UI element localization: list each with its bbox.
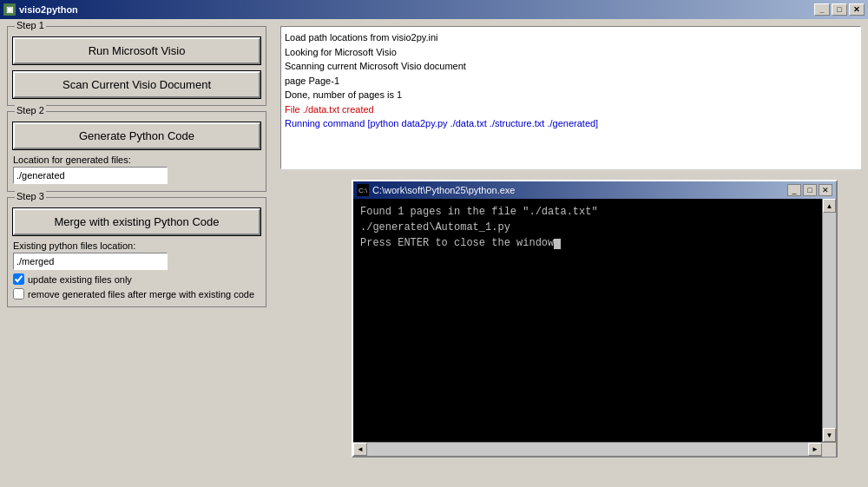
log-line: Done, number of pages is 1 bbox=[285, 88, 857, 102]
terminal-line: Found 1 pages in the file "./data.txt" bbox=[360, 204, 815, 220]
terminal-bottom-area: ◄ ► bbox=[353, 442, 836, 456]
close-button[interactable]: ✕ bbox=[849, 3, 865, 16]
title-bar-left: ▣ visio2python bbox=[3, 3, 78, 16]
terminal-minimize-button[interactable]: _ bbox=[787, 184, 801, 196]
scroll-track-horizontal bbox=[367, 443, 808, 456]
scroll-up-button[interactable]: ▲ bbox=[823, 199, 836, 213]
terminal-title: C:\work\soft\Python25\python.exe bbox=[372, 185, 515, 195]
terminal-scrollbar-vertical[interactable]: ▲ ▼ bbox=[822, 199, 836, 442]
log-line: page Page-1 bbox=[285, 74, 857, 89]
scan-document-button[interactable]: Scan Current Visio Document bbox=[13, 71, 260, 98]
checkbox1-row: update existing files only bbox=[13, 273, 260, 285]
step3-group: Step 3 Merge with existing Python Code E… bbox=[7, 197, 266, 307]
log-line: Load path locations from visio2py.ini bbox=[285, 30, 857, 45]
terminal-maximize-button[interactable]: □ bbox=[803, 184, 817, 196]
step1-buttons: Run Microsoft Visio Scan Current Visio D… bbox=[13, 37, 260, 98]
maximize-button[interactable]: □ bbox=[832, 3, 847, 16]
terminal-line: Press ENTER to close the window bbox=[360, 235, 815, 251]
scroll-track-vertical bbox=[823, 213, 836, 428]
scroll-down-button[interactable]: ▼ bbox=[823, 428, 836, 442]
step2-group: Step 2 Generate Python Code Location for… bbox=[7, 111, 266, 192]
location-input[interactable] bbox=[13, 167, 168, 184]
existing-input[interactable] bbox=[13, 253, 168, 270]
cmd-icon: C:\ bbox=[357, 184, 369, 196]
terminal-window: C:\ C:\work\soft\Python25\python.exe _ □… bbox=[352, 180, 838, 457]
step1-label: Step 1 bbox=[15, 20, 46, 30]
checkbox2-label: remove generated files after merge with … bbox=[28, 289, 254, 299]
terminal-close-button[interactable]: ✕ bbox=[819, 184, 832, 196]
terminal-scrollbar-horizontal[interactable]: ◄ ► bbox=[353, 443, 822, 456]
minimize-button[interactable]: _ bbox=[814, 3, 830, 16]
main-content: Step 1 Run Microsoft Visio Scan Current … bbox=[0, 19, 868, 487]
location-label: Location for generated files: bbox=[13, 155, 260, 165]
terminal-title-controls[interactable]: _ □ ✕ bbox=[787, 184, 832, 196]
terminal-line: ./generated\Automat_1.py bbox=[360, 220, 815, 235]
log-line: File ./data.txt created bbox=[285, 102, 857, 117]
app-icon: ▣ bbox=[3, 3, 16, 16]
terminal-title-bar: C:\ C:\work\soft\Python25\python.exe _ □… bbox=[353, 181, 836, 199]
terminal-scroll-area: Found 1 pages in the file "./data.txt"./… bbox=[353, 199, 836, 442]
title-bar: ▣ visio2python _ □ ✕ bbox=[0, 0, 868, 19]
left-panel: Step 1 Run Microsoft Visio Scan Current … bbox=[0, 19, 273, 487]
log-line: Looking for Microsoft Visio bbox=[285, 45, 857, 60]
scrollbar-corner bbox=[822, 443, 836, 457]
remove-generated-checkbox[interactable] bbox=[13, 288, 24, 299]
terminal-title-left: C:\ C:\work\soft\Python25\python.exe bbox=[357, 184, 515, 196]
scroll-left-button[interactable]: ◄ bbox=[353, 443, 367, 456]
scroll-right-button[interactable]: ► bbox=[808, 443, 822, 456]
checkbox1-label: update existing files only bbox=[28, 274, 132, 285]
log-line: Running command [python data2py.py ./dat… bbox=[285, 116, 857, 131]
right-panel: Load path locations from visio2py.iniLoo… bbox=[273, 19, 868, 487]
merge-python-button[interactable]: Merge with existing Python Code bbox=[13, 208, 260, 235]
checkbox2-row: remove generated files after merge with … bbox=[13, 288, 260, 299]
existing-label: Existing python files location: bbox=[13, 240, 260, 251]
title-bar-controls[interactable]: _ □ ✕ bbox=[814, 3, 865, 16]
step1-group: Step 1 Run Microsoft Visio Scan Current … bbox=[7, 26, 266, 106]
step3-label: Step 3 bbox=[15, 191, 46, 201]
terminal-content: Found 1 pages in the file "./data.txt"./… bbox=[353, 199, 822, 442]
terminal-cursor bbox=[554, 239, 561, 249]
run-visio-button[interactable]: Run Microsoft Visio bbox=[13, 37, 260, 64]
generate-python-button[interactable]: Generate Python Code bbox=[13, 122, 260, 149]
window-title: visio2python bbox=[19, 4, 78, 15]
log-area: Load path locations from visio2py.iniLoo… bbox=[280, 26, 861, 169]
update-existing-checkbox[interactable] bbox=[13, 273, 24, 285]
log-line: Scanning current Microsoft Visio documen… bbox=[285, 59, 857, 74]
step2-label: Step 2 bbox=[15, 105, 46, 115]
